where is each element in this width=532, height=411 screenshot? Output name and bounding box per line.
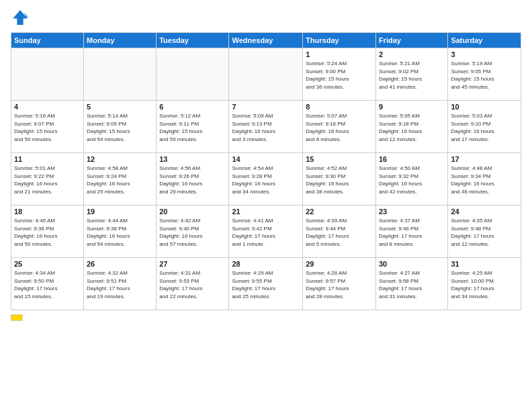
day-info: Sunrise: 4:35 AM Sunset: 9:48 PM Dayligh… (451, 217, 518, 248)
calendar-cell: 12Sunrise: 4:58 AM Sunset: 9:24 PM Dayli… (84, 153, 157, 205)
day-number: 20 (159, 208, 226, 216)
calendar-cell (11, 48, 84, 101)
calendar-cell: 7Sunrise: 5:09 AM Sunset: 9:13 PM Daylig… (229, 101, 303, 153)
day-info: Sunrise: 4:56 AM Sunset: 9:26 PM Dayligh… (159, 165, 226, 195)
day-number: 19 (87, 208, 153, 216)
day-info: Sunrise: 4:41 AM Sunset: 9:42 PM Dayligh… (232, 217, 300, 248)
day-info: Sunrise: 4:50 AM Sunset: 9:32 PM Dayligh… (379, 165, 445, 195)
calendar-cell (84, 48, 157, 101)
day-number: 26 (87, 260, 153, 268)
calendar-header-friday: Friday (375, 33, 447, 48)
calendar-cell: 4Sunrise: 5:16 AM Sunset: 9:07 PM Daylig… (11, 101, 84, 153)
day-number: 6 (159, 103, 226, 111)
logo (11, 8, 31, 27)
calendar-header-saturday: Saturday (448, 33, 521, 48)
calendar-cell: 21Sunrise: 4:41 AM Sunset: 9:42 PM Dayli… (229, 205, 303, 258)
svg-marker-1 (13, 10, 28, 25)
day-number: 3 (451, 50, 518, 58)
calendar-week-3: 11Sunrise: 5:01 AM Sunset: 9:22 PM Dayli… (11, 153, 521, 205)
calendar-cell: 5Sunrise: 5:14 AM Sunset: 9:09 PM Daylig… (84, 101, 157, 153)
day-info: Sunrise: 4:46 AM Sunset: 9:36 PM Dayligh… (14, 217, 81, 248)
day-number: 25 (14, 260, 81, 268)
day-number: 10 (451, 103, 518, 111)
day-info: Sunrise: 5:05 AM Sunset: 9:18 PM Dayligh… (379, 112, 445, 143)
calendar-header-sunday: Sunday (11, 33, 84, 48)
calendar-cell: 26Sunrise: 4:32 AM Sunset: 9:51 PM Dayli… (84, 258, 157, 310)
calendar-cell (157, 48, 229, 101)
day-info: Sunrise: 4:44 AM Sunset: 9:38 PM Dayligh… (87, 217, 153, 248)
calendar-cell: 18Sunrise: 4:46 AM Sunset: 9:36 PM Dayli… (11, 205, 84, 258)
calendar-cell: 8Sunrise: 5:07 AM Sunset: 9:16 PM Daylig… (303, 101, 376, 153)
calendar-cell: 23Sunrise: 4:37 AM Sunset: 9:46 PM Dayli… (375, 205, 447, 258)
day-info: Sunrise: 4:48 AM Sunset: 9:34 PM Dayligh… (451, 165, 518, 195)
calendar-cell: 28Sunrise: 4:29 AM Sunset: 9:55 PM Dayli… (229, 258, 303, 310)
day-number: 30 (379, 260, 445, 268)
day-number: 31 (451, 260, 518, 268)
calendar-header-tuesday: Tuesday (157, 33, 229, 48)
day-number: 21 (232, 208, 300, 216)
calendar-cell (229, 48, 303, 101)
day-info: Sunrise: 5:01 AM Sunset: 9:22 PM Dayligh… (14, 165, 81, 195)
page: SundayMondayTuesdayWednesdayThursdayFrid… (0, 0, 532, 411)
calendar-cell: 19Sunrise: 4:44 AM Sunset: 9:38 PM Dayli… (84, 205, 157, 258)
day-info: Sunrise: 4:42 AM Sunset: 9:40 PM Dayligh… (159, 217, 226, 248)
calendar-header-wednesday: Wednesday (229, 33, 303, 48)
day-number: 15 (306, 155, 373, 163)
calendar-cell: 16Sunrise: 4:50 AM Sunset: 9:32 PM Dayli… (375, 153, 447, 205)
day-number: 14 (232, 155, 300, 163)
day-number: 5 (87, 103, 153, 111)
day-number: 29 (306, 260, 373, 268)
day-info: Sunrise: 5:21 AM Sunset: 9:02 PM Dayligh… (379, 60, 445, 91)
calendar-week-1: 1Sunrise: 5:24 AM Sunset: 9:00 PM Daylig… (11, 48, 521, 101)
day-info: Sunrise: 5:16 AM Sunset: 9:07 PM Dayligh… (14, 112, 81, 143)
day-number: 12 (87, 155, 153, 163)
calendar-cell: 29Sunrise: 4:28 AM Sunset: 9:57 PM Dayli… (303, 258, 376, 310)
calendar-cell: 25Sunrise: 4:34 AM Sunset: 9:50 PM Dayli… (11, 258, 84, 310)
day-number: 22 (306, 208, 373, 216)
calendar-cell: 3Sunrise: 5:19 AM Sunset: 9:05 PM Daylig… (448, 48, 521, 101)
day-number: 7 (232, 103, 300, 111)
day-number: 16 (379, 155, 445, 163)
calendar-header-row: SundayMondayTuesdayWednesdayThursdayFrid… (11, 33, 521, 48)
day-number: 11 (14, 155, 81, 163)
day-number: 2 (379, 50, 445, 58)
calendar-header-monday: Monday (84, 33, 157, 48)
calendar-cell: 14Sunrise: 4:54 AM Sunset: 9:28 PM Dayli… (229, 153, 303, 205)
day-info: Sunrise: 4:27 AM Sunset: 9:58 PM Dayligh… (379, 269, 445, 300)
day-number: 4 (14, 103, 81, 111)
calendar-week-5: 25Sunrise: 4:34 AM Sunset: 9:50 PM Dayli… (11, 258, 521, 310)
calendar-cell: 15Sunrise: 4:52 AM Sunset: 9:30 PM Dayli… (303, 153, 376, 205)
header (11, 8, 521, 27)
calendar-cell: 24Sunrise: 4:35 AM Sunset: 9:48 PM Dayli… (448, 205, 521, 258)
day-number: 13 (159, 155, 226, 163)
day-info: Sunrise: 4:29 AM Sunset: 9:55 PM Dayligh… (232, 269, 300, 300)
day-info: Sunrise: 5:12 AM Sunset: 9:11 PM Dayligh… (159, 112, 226, 143)
calendar-cell: 9Sunrise: 5:05 AM Sunset: 9:18 PM Daylig… (375, 101, 447, 153)
calendar-cell: 27Sunrise: 4:31 AM Sunset: 9:53 PM Dayli… (157, 258, 229, 310)
day-info: Sunrise: 4:58 AM Sunset: 9:24 PM Dayligh… (87, 165, 153, 195)
day-info: Sunrise: 5:14 AM Sunset: 9:09 PM Dayligh… (87, 112, 153, 143)
day-info: Sunrise: 5:24 AM Sunset: 9:00 PM Dayligh… (306, 60, 373, 91)
calendar-table: SundayMondayTuesdayWednesdayThursdayFrid… (11, 32, 521, 310)
calendar-cell: 6Sunrise: 5:12 AM Sunset: 9:11 PM Daylig… (157, 101, 229, 153)
daylight-color-box (11, 314, 23, 321)
day-number: 27 (159, 260, 226, 268)
day-number: 17 (451, 155, 518, 163)
day-info: Sunrise: 5:09 AM Sunset: 9:13 PM Dayligh… (232, 112, 300, 143)
day-info: Sunrise: 4:31 AM Sunset: 9:53 PM Dayligh… (159, 269, 226, 300)
day-number: 24 (451, 208, 518, 216)
calendar-cell: 22Sunrise: 4:39 AM Sunset: 9:44 PM Dayli… (303, 205, 376, 258)
calendar-week-4: 18Sunrise: 4:46 AM Sunset: 9:36 PM Dayli… (11, 205, 521, 258)
generalblue-logo-icon (11, 8, 30, 27)
calendar-cell: 10Sunrise: 5:03 AM Sunset: 9:20 PM Dayli… (448, 101, 521, 153)
day-number: 9 (379, 103, 445, 111)
calendar-cell: 11Sunrise: 5:01 AM Sunset: 9:22 PM Dayli… (11, 153, 84, 205)
calendar-cell: 13Sunrise: 4:56 AM Sunset: 9:26 PM Dayli… (157, 153, 229, 205)
day-info: Sunrise: 5:07 AM Sunset: 9:16 PM Dayligh… (306, 112, 373, 143)
day-number: 8 (306, 103, 373, 111)
calendar-cell: 30Sunrise: 4:27 AM Sunset: 9:58 PM Dayli… (375, 258, 447, 310)
day-info: Sunrise: 4:34 AM Sunset: 9:50 PM Dayligh… (14, 269, 81, 300)
day-info: Sunrise: 5:03 AM Sunset: 9:20 PM Dayligh… (451, 112, 518, 143)
calendar-cell: 20Sunrise: 4:42 AM Sunset: 9:40 PM Dayli… (157, 205, 229, 258)
day-info: Sunrise: 4:37 AM Sunset: 9:46 PM Dayligh… (379, 217, 445, 248)
